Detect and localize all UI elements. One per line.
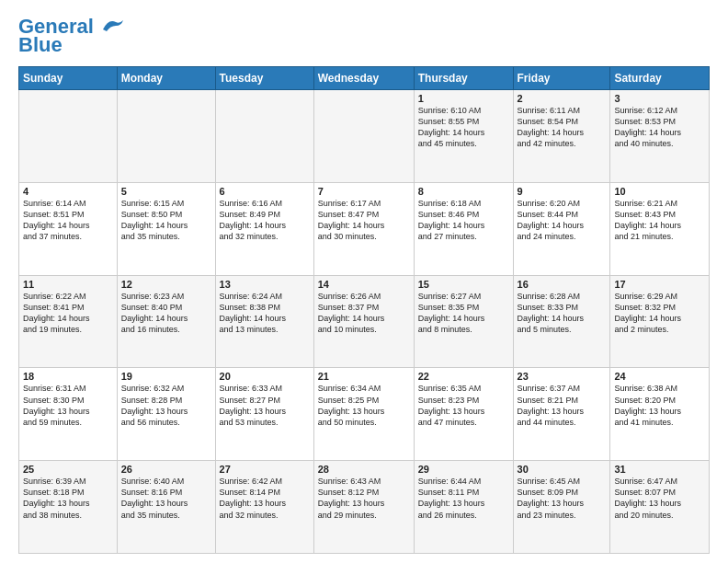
day-number: 4 bbox=[23, 186, 113, 197]
day-info: Sunrise: 6:26 AM Sunset: 8:37 PM Dayligh… bbox=[318, 291, 410, 336]
weekday-header-monday: Monday bbox=[117, 67, 215, 90]
day-info: Sunrise: 6:24 AM Sunset: 8:38 PM Dayligh… bbox=[220, 291, 310, 336]
calendar-cell: 31Sunrise: 6:47 AM Sunset: 8:07 PM Dayli… bbox=[610, 461, 710, 554]
header: General Blue bbox=[18, 15, 710, 57]
day-number: 1 bbox=[418, 93, 509, 104]
page: General Blue SundayMondayTuesdayWednesda… bbox=[0, 0, 728, 563]
day-number: 28 bbox=[318, 464, 410, 475]
calendar-cell: 1Sunrise: 6:10 AM Sunset: 8:55 PM Daylig… bbox=[414, 90, 513, 183]
calendar-week-4: 18Sunrise: 6:31 AM Sunset: 8:30 PM Dayli… bbox=[19, 368, 710, 461]
day-info: Sunrise: 6:27 AM Sunset: 8:35 PM Dayligh… bbox=[418, 291, 509, 336]
weekday-header-friday: Friday bbox=[513, 67, 610, 90]
day-info: Sunrise: 6:32 AM Sunset: 8:28 PM Dayligh… bbox=[121, 383, 211, 428]
calendar-cell: 3Sunrise: 6:12 AM Sunset: 8:53 PM Daylig… bbox=[610, 90, 710, 183]
calendar-cell: 7Sunrise: 6:17 AM Sunset: 8:47 PM Daylig… bbox=[313, 182, 414, 275]
calendar-week-5: 25Sunrise: 6:39 AM Sunset: 8:18 PM Dayli… bbox=[19, 461, 710, 554]
day-info: Sunrise: 6:16 AM Sunset: 8:49 PM Dayligh… bbox=[220, 198, 310, 243]
logo: General Blue bbox=[18, 15, 127, 57]
calendar-cell: 25Sunrise: 6:39 AM Sunset: 8:18 PM Dayli… bbox=[19, 461, 118, 554]
calendar-cell bbox=[313, 90, 414, 183]
calendar-cell: 10Sunrise: 6:21 AM Sunset: 8:43 PM Dayli… bbox=[610, 182, 710, 275]
calendar-week-3: 11Sunrise: 6:22 AM Sunset: 8:41 PM Dayli… bbox=[19, 275, 710, 368]
calendar-cell bbox=[19, 90, 118, 183]
calendar-cell: 2Sunrise: 6:11 AM Sunset: 8:54 PM Daylig… bbox=[513, 90, 610, 183]
day-info: Sunrise: 6:37 AM Sunset: 8:21 PM Dayligh… bbox=[518, 383, 607, 428]
day-number: 12 bbox=[121, 279, 211, 290]
day-info: Sunrise: 6:28 AM Sunset: 8:33 PM Dayligh… bbox=[518, 291, 607, 336]
day-info: Sunrise: 6:31 AM Sunset: 8:30 PM Dayligh… bbox=[23, 383, 113, 428]
calendar-cell: 22Sunrise: 6:35 AM Sunset: 8:23 PM Dayli… bbox=[414, 368, 513, 461]
day-info: Sunrise: 6:11 AM Sunset: 8:54 PM Dayligh… bbox=[518, 105, 607, 150]
day-number: 6 bbox=[220, 186, 310, 197]
weekday-header-wednesday: Wednesday bbox=[313, 67, 414, 90]
calendar-cell: 12Sunrise: 6:23 AM Sunset: 8:40 PM Dayli… bbox=[117, 275, 215, 368]
day-number: 11 bbox=[23, 279, 113, 290]
day-info: Sunrise: 6:15 AM Sunset: 8:50 PM Dayligh… bbox=[121, 198, 211, 243]
day-info: Sunrise: 6:14 AM Sunset: 8:51 PM Dayligh… bbox=[23, 198, 113, 243]
day-info: Sunrise: 6:47 AM Sunset: 8:07 PM Dayligh… bbox=[614, 476, 705, 521]
day-number: 15 bbox=[418, 279, 509, 290]
day-info: Sunrise: 6:43 AM Sunset: 8:12 PM Dayligh… bbox=[318, 476, 410, 521]
day-number: 24 bbox=[614, 371, 705, 382]
calendar-cell: 21Sunrise: 6:34 AM Sunset: 8:25 PM Dayli… bbox=[313, 368, 414, 461]
day-number: 27 bbox=[220, 464, 310, 475]
day-info: Sunrise: 6:22 AM Sunset: 8:41 PM Dayligh… bbox=[23, 291, 113, 336]
calendar-cell: 14Sunrise: 6:26 AM Sunset: 8:37 PM Dayli… bbox=[313, 275, 414, 368]
day-number: 9 bbox=[518, 186, 607, 197]
day-info: Sunrise: 6:34 AM Sunset: 8:25 PM Dayligh… bbox=[318, 383, 410, 428]
day-info: Sunrise: 6:45 AM Sunset: 8:09 PM Dayligh… bbox=[518, 476, 607, 521]
calendar-cell: 13Sunrise: 6:24 AM Sunset: 8:38 PM Dayli… bbox=[215, 275, 313, 368]
logo-bird-icon bbox=[97, 17, 127, 37]
calendar-table: SundayMondayTuesdayWednesdayThursdayFrid… bbox=[18, 66, 710, 554]
day-number: 25 bbox=[23, 464, 113, 475]
calendar-cell: 17Sunrise: 6:29 AM Sunset: 8:32 PM Dayli… bbox=[610, 275, 710, 368]
calendar-body: 1Sunrise: 6:10 AM Sunset: 8:55 PM Daylig… bbox=[19, 90, 710, 554]
weekday-header-tuesday: Tuesday bbox=[215, 67, 313, 90]
calendar-cell: 30Sunrise: 6:45 AM Sunset: 8:09 PM Dayli… bbox=[513, 461, 610, 554]
calendar-cell: 5Sunrise: 6:15 AM Sunset: 8:50 PM Daylig… bbox=[117, 182, 215, 275]
logo-blue: Blue bbox=[18, 33, 63, 57]
day-number: 26 bbox=[121, 464, 211, 475]
calendar-cell: 8Sunrise: 6:18 AM Sunset: 8:46 PM Daylig… bbox=[414, 182, 513, 275]
day-number: 23 bbox=[518, 371, 607, 382]
day-number: 5 bbox=[121, 186, 211, 197]
day-number: 22 bbox=[418, 371, 509, 382]
day-info: Sunrise: 6:44 AM Sunset: 8:11 PM Dayligh… bbox=[418, 476, 509, 521]
day-info: Sunrise: 6:38 AM Sunset: 8:20 PM Dayligh… bbox=[614, 383, 705, 428]
day-info: Sunrise: 6:23 AM Sunset: 8:40 PM Dayligh… bbox=[121, 291, 211, 336]
calendar: SundayMondayTuesdayWednesdayThursdayFrid… bbox=[18, 66, 710, 554]
day-number: 29 bbox=[418, 464, 509, 475]
day-info: Sunrise: 6:18 AM Sunset: 8:46 PM Dayligh… bbox=[418, 198, 509, 243]
day-info: Sunrise: 6:17 AM Sunset: 8:47 PM Dayligh… bbox=[318, 198, 410, 243]
day-number: 21 bbox=[318, 371, 410, 382]
day-number: 20 bbox=[220, 371, 310, 382]
calendar-cell: 28Sunrise: 6:43 AM Sunset: 8:12 PM Dayli… bbox=[313, 461, 414, 554]
calendar-cell bbox=[215, 90, 313, 183]
calendar-week-2: 4Sunrise: 6:14 AM Sunset: 8:51 PM Daylig… bbox=[19, 182, 710, 275]
calendar-cell: 6Sunrise: 6:16 AM Sunset: 8:49 PM Daylig… bbox=[215, 182, 313, 275]
day-info: Sunrise: 6:39 AM Sunset: 8:18 PM Dayligh… bbox=[23, 476, 113, 521]
day-number: 18 bbox=[23, 371, 113, 382]
calendar-cell: 11Sunrise: 6:22 AM Sunset: 8:41 PM Dayli… bbox=[19, 275, 118, 368]
weekday-header-sunday: Sunday bbox=[19, 67, 118, 90]
weekday-header-thursday: Thursday bbox=[414, 67, 513, 90]
day-number: 13 bbox=[220, 279, 310, 290]
day-info: Sunrise: 6:33 AM Sunset: 8:27 PM Dayligh… bbox=[220, 383, 310, 428]
day-info: Sunrise: 6:12 AM Sunset: 8:53 PM Dayligh… bbox=[614, 105, 705, 150]
weekday-header-saturday: Saturday bbox=[610, 67, 710, 90]
day-number: 2 bbox=[518, 93, 607, 104]
day-number: 17 bbox=[614, 279, 705, 290]
calendar-header: SundayMondayTuesdayWednesdayThursdayFrid… bbox=[19, 67, 710, 90]
day-info: Sunrise: 6:10 AM Sunset: 8:55 PM Dayligh… bbox=[418, 105, 509, 150]
calendar-cell: 19Sunrise: 6:32 AM Sunset: 8:28 PM Dayli… bbox=[117, 368, 215, 461]
day-info: Sunrise: 6:35 AM Sunset: 8:23 PM Dayligh… bbox=[418, 383, 509, 428]
day-info: Sunrise: 6:29 AM Sunset: 8:32 PM Dayligh… bbox=[614, 291, 705, 336]
calendar-cell: 20Sunrise: 6:33 AM Sunset: 8:27 PM Dayli… bbox=[215, 368, 313, 461]
calendar-week-1: 1Sunrise: 6:10 AM Sunset: 8:55 PM Daylig… bbox=[19, 90, 710, 183]
day-number: 31 bbox=[614, 464, 705, 475]
day-info: Sunrise: 6:21 AM Sunset: 8:43 PM Dayligh… bbox=[614, 198, 705, 243]
day-number: 3 bbox=[614, 93, 705, 104]
day-number: 10 bbox=[614, 186, 705, 197]
day-number: 30 bbox=[518, 464, 607, 475]
calendar-cell: 16Sunrise: 6:28 AM Sunset: 8:33 PM Dayli… bbox=[513, 275, 610, 368]
